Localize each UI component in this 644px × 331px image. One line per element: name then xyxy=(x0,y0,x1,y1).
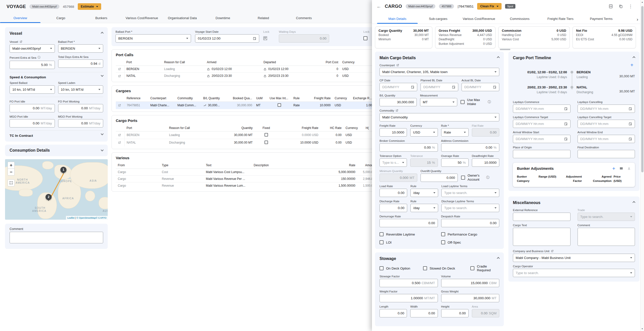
stowage-factor-input[interactable]: 0.500CBM/MT xyxy=(380,279,438,287)
rule-select[interactable]: Rate xyxy=(441,128,469,137)
vessel-select[interactable]: Mabl-owc4403pnyf xyxy=(10,44,55,53)
open-in-new-icon[interactable] xyxy=(19,40,22,43)
scroll-down-icon[interactable]: ▼ xyxy=(641,328,643,330)
freight-rate-input[interactable]: 10.0000 xyxy=(380,128,407,137)
map-fullscreen-button[interactable] xyxy=(8,179,15,186)
route-map[interactable]: NORTH AMERICA EUROPE ASIA AFRICA SOUTH A… xyxy=(5,159,108,220)
laydays-commence-input[interactable]: DD/MM/YY hh:mm xyxy=(513,105,571,113)
open-in-new-icon[interactable] xyxy=(118,75,121,78)
load-laytime-terms-select[interactable]: Type to search. xyxy=(441,189,499,197)
map-marker-1[interactable]: 1 xyxy=(60,167,66,173)
tab-downtime[interactable]: Downtime xyxy=(203,14,243,23)
vertical-scrollbar[interactable]: ▲ ▼ xyxy=(640,0,644,331)
tab-cargo[interactable]: Cargo xyxy=(41,14,81,23)
discharge-rate-input[interactable]: 0.00 xyxy=(380,204,407,212)
more-menu-icon[interactable]: ⋮ xyxy=(628,4,633,9)
stowed-on-deck-checkbox[interactable] xyxy=(423,266,427,270)
laydays-commence-target-input[interactable]: DD/MM/YY hh:mm xyxy=(513,120,571,128)
collapse-icon[interactable] xyxy=(632,201,635,204)
address-commission-input[interactable]: 0.00% xyxy=(441,143,500,152)
fixed-checkbox[interactable] xyxy=(264,141,268,144)
arrival-window-end-input[interactable]: DD/MM/YY hh:mm xyxy=(578,135,635,143)
arrival-window-start-input[interactable]: DD/MM/YY hh:mm xyxy=(513,135,571,143)
open-in-new-icon[interactable] xyxy=(118,68,121,71)
speed-laden-select[interactable]: 10 kn, 10 MT/d xyxy=(58,85,103,94)
height-input[interactable]: 0.00 xyxy=(441,309,469,317)
clean-fix-button[interactable]: Clean Fix xyxy=(477,3,502,10)
collapse-icon[interactable] xyxy=(497,56,500,59)
cargo-comment-input[interactable] xyxy=(578,228,635,246)
company-business-unit-select[interactable]: Mabl Company - Mabl Business Unit xyxy=(513,254,635,262)
various-row[interactable]: Cargo Revenue Mabl Various Revenue Lum..… xyxy=(116,182,375,189)
currency-select[interactable]: USD xyxy=(410,128,438,137)
open-in-new-icon[interactable] xyxy=(118,141,121,144)
commodity-select[interactable]: Mabl Commodity xyxy=(380,113,499,121)
despatch-rate-input[interactable]: 0.00 xyxy=(441,219,500,227)
laydays-cancelling-input[interactable]: DD/MM/YY hh:mm xyxy=(578,105,635,113)
info-icon[interactable]: ⓘ xyxy=(488,100,491,104)
estimate-button[interactable]: Estimate xyxy=(78,3,101,10)
tab-main-details[interactable]: Main Details xyxy=(377,15,418,24)
cradle-required-checkbox[interactable] xyxy=(470,266,474,270)
cargo-operator-select[interactable]: Type to search. xyxy=(513,269,635,277)
osm-link[interactable]: © OpenStreetMap xyxy=(77,216,96,219)
calendar-icon[interactable] xyxy=(452,85,456,89)
carto-link[interactable]: © CARTO xyxy=(96,216,106,219)
tab-comments[interactable]: Comments xyxy=(284,14,324,23)
pdf-icon[interactable]: PDF xyxy=(609,4,613,9)
discharge-rule-select[interactable]: /day xyxy=(410,204,438,212)
calendar-icon[interactable] xyxy=(628,122,632,126)
expand-icon[interactable] xyxy=(101,148,103,151)
calendar-icon[interactable] xyxy=(628,107,632,111)
consumption-details-card[interactable]: Consumption Details xyxy=(5,145,108,156)
measurement-select[interactable]: MT xyxy=(420,98,457,106)
bl-quantity-input[interactable]: 30,000.000 xyxy=(380,98,417,106)
collapse-icon[interactable] xyxy=(632,56,635,59)
collapse-icon[interactable] xyxy=(497,257,500,260)
open-in-new-icon[interactable] xyxy=(551,250,554,253)
tab-various-cost-revenue[interactable]: Various Cost/Revenue xyxy=(122,14,162,23)
speed-ballast-select[interactable]: 10 kn, 10 MT/d xyxy=(10,85,55,94)
use-max-intake-checkbox[interactable] xyxy=(278,103,281,107)
tab-payment-terms[interactable]: Payment Terms xyxy=(581,15,622,24)
on-deck-option-checkbox[interactable] xyxy=(380,266,384,270)
back-arrow-icon[interactable]: ← xyxy=(376,4,381,9)
scroll-up-icon[interactable]: ▲ xyxy=(641,1,643,3)
overage-rate-input[interactable]: 50% xyxy=(441,158,469,167)
place-of-origin-input[interactable] xyxy=(513,150,571,158)
expand-icon[interactable] xyxy=(101,132,103,135)
owners-account-checkbox[interactable] xyxy=(461,176,465,180)
open-in-new-icon[interactable] xyxy=(395,109,398,112)
columns-icon[interactable] xyxy=(619,167,623,170)
tab-sub-cargoes[interactable]: Sub-cargoes xyxy=(418,15,459,24)
planned-bl-date-input[interactable]: DD/MM/YY xyxy=(421,83,458,91)
calendar-icon[interactable] xyxy=(564,122,568,126)
leaflet-link[interactable]: Leaflet xyxy=(67,216,74,219)
info-icon[interactable]: ⓘ xyxy=(486,175,489,180)
performance-cargo-checkbox[interactable] xyxy=(441,232,445,236)
lock-checkbox[interactable] xyxy=(263,36,267,40)
load-rate-input[interactable]: 0.00 xyxy=(380,189,407,197)
calendar-icon[interactable] xyxy=(411,85,414,89)
cargo-port-row[interactable]: BERGEN Loading 30,000.00 MT 0.0000 USD 0… xyxy=(116,131,374,139)
fo-port-working-input[interactable]: 0.00MT/day xyxy=(58,104,103,112)
loi-checkbox[interactable] xyxy=(380,240,384,244)
mgo-port-idle-input[interactable]: 0.00MT/day xyxy=(10,119,55,127)
calendar-icon[interactable] xyxy=(628,137,632,141)
gross-weight-input[interactable]: 30,000.000MT xyxy=(441,294,500,302)
calendar-icon[interactable] xyxy=(564,137,568,141)
load-rule-select[interactable]: /day xyxy=(410,189,438,197)
lock-checkbox[interactable] xyxy=(363,36,367,40)
counterpart-select[interactable]: Mabl Charterer, Charterer, 105, Mable to… xyxy=(380,68,499,76)
days-extra-input[interactable]: 0.94d xyxy=(58,59,103,68)
deadfreight-rate-input[interactable]: 10.0000 xyxy=(472,158,499,167)
tabs-scroll-right-icon[interactable]: › xyxy=(637,17,638,22)
tab-commissions[interactable]: Commissions xyxy=(499,15,540,24)
map-marker-2[interactable]: 2 xyxy=(46,194,52,200)
scrollbar-thumb[interactable] xyxy=(641,6,643,172)
add-timeline-entry-icon[interactable]: + xyxy=(630,62,633,68)
tab-freight-rate-tiers[interactable]: Freight Rate Tiers xyxy=(540,15,581,24)
various-row[interactable]: Cargo Revenue Mabl Various Revenue Per .… xyxy=(116,175,375,182)
open-in-new-icon[interactable] xyxy=(118,104,121,107)
open-in-new-icon[interactable] xyxy=(118,134,121,137)
